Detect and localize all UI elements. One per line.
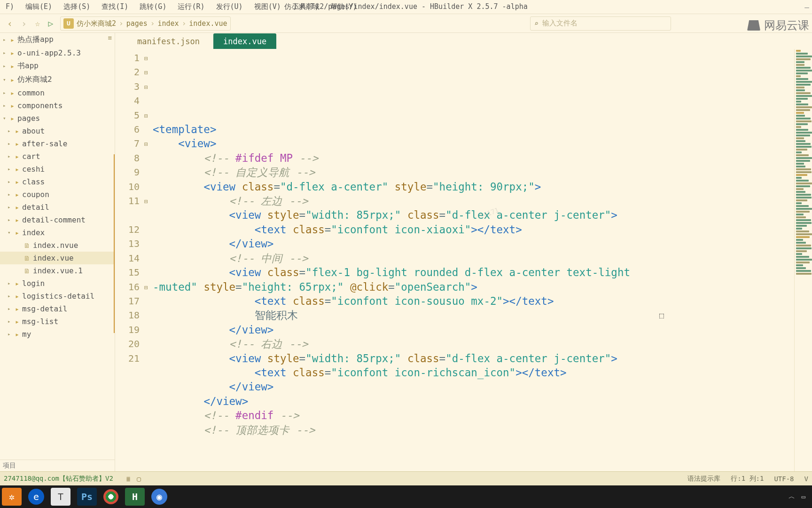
minimap-line	[796, 137, 804, 139]
breadcrumb-item[interactable]: index	[157, 19, 179, 28]
play-icon[interactable]: ▷	[44, 18, 57, 28]
chevron-right-icon: ›	[148, 19, 158, 28]
minimap-line	[796, 72, 808, 74]
minimap-line	[796, 259, 812, 261]
tree-item[interactable]: ▾▸index	[0, 226, 115, 239]
minimap-line	[796, 219, 811, 221]
status-lang[interactable]: V	[804, 475, 808, 483]
tree-item[interactable]: ▸▸coupon	[0, 188, 115, 201]
taskbar-tray[interactable]: ︿ ▭	[789, 492, 812, 501]
forward-button[interactable]: ›	[17, 18, 31, 29]
breadcrumb-item[interactable]: index.vue	[189, 19, 227, 28]
sidebar-footer[interactable]: 项目	[0, 460, 115, 471]
folder-icon: ▸	[15, 152, 19, 161]
taskbar-app-edge[interactable]: e	[28, 489, 44, 505]
tree-label: coupon	[22, 190, 49, 199]
tree-item[interactable]: ▸▸class	[0, 175, 115, 188]
minimap-line	[796, 106, 812, 108]
tree-item[interactable]: 🗎index.vue	[0, 252, 115, 264]
code-line: <text class="iconfont icon-sousuo mx-2">…	[153, 294, 794, 308]
brand-text: 网易云课	[764, 18, 809, 33]
minimap-line	[796, 185, 810, 187]
tree-item[interactable]: ▸▸common	[0, 87, 115, 99]
taskbar-app-hbuilder[interactable]: H	[125, 488, 145, 506]
tree-item[interactable]: 🗎index.vue.1	[0, 264, 115, 277]
chevron-icon: ▾	[3, 115, 8, 121]
menu-item[interactable]: 查找(I)	[96, 2, 134, 11]
tree-label: logistics-detail	[22, 292, 94, 301]
chevron-icon: ▸	[8, 217, 12, 223]
tree-item[interactable]: ▸▸my	[0, 328, 115, 341]
code-content[interactable]: 14171 ⬚ <template> <view> <!-- #ifdef MP…	[153, 49, 794, 471]
menu-item[interactable]: 跳转(G)	[134, 2, 172, 11]
folder-icon: ▸	[15, 127, 19, 135]
list-icon[interactable]: ≣	[126, 475, 130, 483]
taskbar-app-sublime[interactable]: ✲	[2, 488, 22, 506]
folder-icon: ▸	[15, 330, 19, 339]
tree-item[interactable]: ▸▸msg-list	[0, 315, 115, 328]
code-line: <!-- 右边 -->	[153, 337, 794, 351]
tree-item[interactable]: ▸▸about	[0, 125, 115, 137]
editor-tab[interactable]: manifest.json	[127, 33, 210, 49]
chevron-up-icon[interactable]: ︿	[789, 492, 795, 501]
tray-icon[interactable]: ▭	[802, 493, 805, 500]
menu-item[interactable]: 发行(U)	[211, 2, 249, 11]
tree-item[interactable]: ▸▸logistics-detail	[0, 290, 115, 302]
tree-item[interactable]: ▸▸detail	[0, 201, 115, 214]
menu-item[interactable]: 选择(S)	[58, 2, 96, 11]
minimap-line	[796, 135, 810, 136]
terminal-icon[interactable]: ▢	[137, 475, 141, 483]
breadcrumb-item[interactable]: 仿小米商城2	[77, 19, 116, 28]
tree-item[interactable]: ▸▸components	[0, 99, 115, 112]
minimap-line	[796, 64, 804, 66]
taskbar-app-camera[interactable]: ◉	[151, 489, 167, 505]
taskbar-app-notepad[interactable]: T	[51, 488, 70, 506]
file-search[interactable]: ⌕ 输入文件名	[530, 16, 671, 31]
tree-item[interactable]: ▸▸ceshi	[0, 163, 115, 175]
minimap-line	[796, 171, 812, 173]
tree-label: after-sale	[22, 139, 67, 148]
menubar: F)编辑(E)选择(S)查找(I)跳转(G)运行(R)发行(U)视图(V)工具(…	[0, 0, 812, 14]
tree-item[interactable]: ▸▸热点播app	[0, 33, 115, 47]
chevron-icon: ▸	[3, 63, 8, 69]
menu-item[interactable]: F)	[0, 2, 20, 11]
tree-item[interactable]: ▸▸msg-detail	[0, 302, 115, 315]
status-icons: ≣ ▢	[126, 475, 141, 483]
tree-item[interactable]: ▾▸pages	[0, 112, 115, 125]
code-area[interactable]: 1234567891011 12131415161718192021 ⊟⊟⊟ ⊟…	[115, 49, 812, 471]
folder-icon: ▸	[10, 102, 15, 110]
back-button[interactable]: ‹	[3, 18, 17, 29]
tree-item[interactable]: ▸▸detail-comment	[0, 214, 115, 226]
taskbar-app-chrome[interactable]	[103, 489, 118, 504]
minimap[interactable]	[794, 49, 812, 471]
minimap-line	[796, 143, 811, 145]
taskbar-app-photoshop[interactable]: Ps	[77, 488, 97, 506]
tree-item[interactable]: 🗎index.nvue	[0, 239, 115, 252]
menu-item[interactable]: 运行(R)	[172, 2, 210, 11]
tree-item[interactable]: ▸▸login	[0, 277, 115, 290]
star-icon[interactable]: ☆	[31, 18, 44, 28]
minimap-line	[796, 81, 812, 83]
minimap-line	[796, 163, 804, 165]
breadcrumb[interactable]: U 仿小米商城2›pages›index›index.vue	[60, 16, 231, 31]
fold-column[interactable]: ⊟⊟⊟ ⊟ ⊟ ⊟ ⊟	[144, 49, 153, 471]
minimap-line	[796, 211, 810, 213]
tree-item[interactable]: ▸▸o-uni-app2.5.3	[0, 47, 115, 59]
status-encoding[interactable]: UTF-8	[774, 475, 794, 483]
tree-item[interactable]: ▾▸仿米商城2	[0, 73, 115, 87]
hamburger-icon[interactable]: ≡	[108, 34, 112, 41]
minimap-line	[796, 146, 812, 148]
minimize-icon[interactable]: —	[804, 3, 809, 12]
tree-item[interactable]: ▸▸书app	[0, 59, 115, 73]
menu-item[interactable]: 视图(V)	[249, 2, 287, 11]
breadcrumb-item[interactable]: pages	[126, 19, 148, 28]
menu-item[interactable]: 编辑(E)	[20, 2, 58, 11]
editor-tab[interactable]: index.vue	[213, 33, 276, 49]
tree-item[interactable]: ▸▸cart	[0, 150, 115, 163]
minimap-line	[796, 157, 812, 159]
tree-item[interactable]: ▸▸after-sale	[0, 137, 115, 150]
status-syntax[interactable]: 语法提示库	[687, 475, 720, 483]
minimap-line	[796, 56, 812, 57]
tree-label: msg-detail	[22, 304, 67, 313]
minimap-line	[796, 177, 802, 179]
